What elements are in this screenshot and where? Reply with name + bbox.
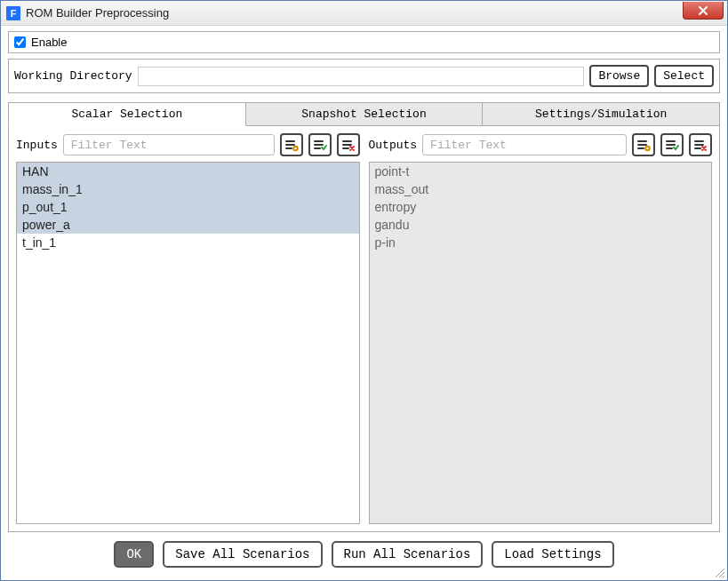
inputs-select-visible-button[interactable] (280, 133, 303, 156)
outputs-select-visible-button[interactable] (632, 133, 655, 156)
select-button[interactable]: Select (654, 65, 714, 87)
run-all-scenarios-button[interactable]: Run All Scenarios (332, 541, 484, 568)
tab-snapshot-selection[interactable]: Snapshot Selection (245, 102, 484, 126)
titlebar: F ROM Builder Preprocessing (1, 1, 727, 26)
enable-row: Enable (8, 31, 720, 53)
load-settings-button[interactable]: Load Settings (492, 541, 613, 568)
list-item[interactable]: entropy (370, 198, 712, 216)
working-directory-input[interactable] (138, 67, 585, 86)
dialog-window: F ROM Builder Preprocessing Enable Worki… (0, 0, 728, 581)
lines-check-icon (313, 138, 327, 152)
lines-circle-icon (636, 138, 651, 152)
close-button[interactable] (683, 2, 724, 20)
inputs-header: Inputs (16, 133, 360, 156)
dialog-body: Enable Working Directory Browse Select S… (1, 26, 727, 580)
outputs-title: Outputs (369, 139, 418, 152)
list-item[interactable]: power_a (17, 216, 359, 234)
list-item[interactable]: p_out_1 (17, 198, 359, 216)
lines-circle-icon (284, 138, 299, 152)
list-item[interactable]: mass_out (370, 180, 712, 198)
save-all-scenarios-button[interactable]: Save All Scenarios (163, 541, 322, 568)
inputs-column: Inputs (16, 133, 360, 524)
list-item[interactable]: gandu (370, 216, 712, 234)
outputs-column: Outputs (369, 133, 713, 524)
enable-label: Enable (31, 36, 67, 49)
list-item[interactable]: HAN (17, 163, 359, 180)
lines-x-icon (693, 138, 708, 152)
tab-panel: Inputs (8, 126, 720, 532)
inputs-deselect-all-button[interactable] (337, 133, 360, 156)
outputs-deselect-all-button[interactable] (689, 133, 712, 156)
list-item[interactable]: mass_in_1 (17, 180, 359, 198)
outputs-filter-input[interactable] (422, 134, 627, 155)
enable-checkbox[interactable] (14, 36, 26, 48)
list-item[interactable]: point-t (370, 163, 712, 180)
window-title: ROM Builder Preprocessing (26, 6, 169, 20)
ok-button[interactable]: OK (114, 541, 154, 568)
inputs-listbox[interactable]: HAN mass_in_1 p_out_1 power_a t_in_1 (16, 162, 360, 524)
browse-button[interactable]: Browse (589, 65, 649, 87)
svg-point-1 (645, 147, 650, 151)
app-icon: F (6, 6, 20, 20)
resize-grip-icon[interactable] (713, 566, 725, 578)
working-directory-label: Working Directory (14, 69, 132, 83)
list-item[interactable]: t_in_1 (17, 234, 359, 251)
working-directory-row: Working Directory Browse Select (8, 59, 720, 93)
outputs-header: Outputs (369, 133, 713, 156)
close-icon (698, 5, 708, 16)
tab-settings-simulation[interactable]: Settings/Simulation (482, 102, 720, 126)
inputs-title: Inputs (16, 139, 58, 152)
footer: OK Save All Scenarios Run All Scenarios … (8, 532, 720, 575)
tab-scalar-selection[interactable]: Scalar Selection (8, 102, 246, 126)
tab-bar: Scalar Selection Snapshot Selection Sett… (8, 102, 720, 126)
lines-check-icon (665, 138, 679, 152)
svg-point-0 (293, 147, 298, 151)
inputs-filter-input[interactable] (63, 134, 275, 155)
inputs-select-all-button[interactable] (308, 133, 332, 156)
lines-x-icon (341, 138, 356, 152)
outputs-listbox[interactable]: point-t mass_out entropy gandu p-in (369, 162, 713, 524)
outputs-select-all-button[interactable] (660, 133, 684, 156)
list-item[interactable]: p-in (370, 234, 712, 251)
